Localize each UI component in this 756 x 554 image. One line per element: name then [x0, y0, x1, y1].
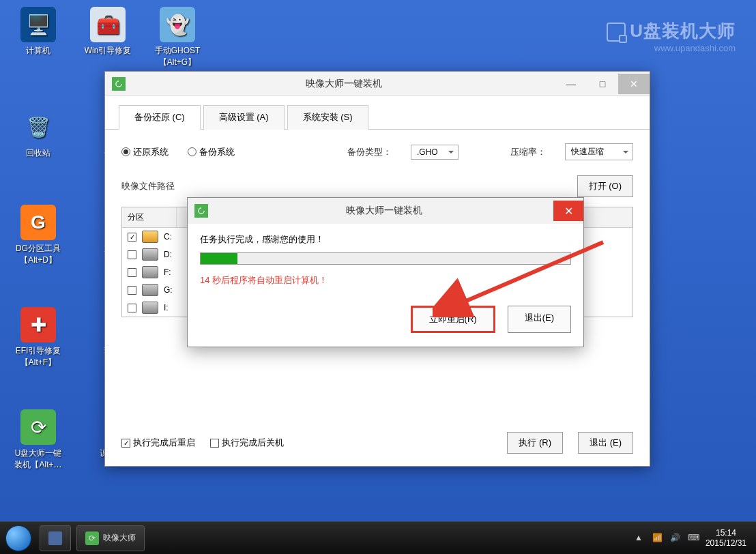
chk-shutdown[interactable]: 执行完成后关机 [210, 437, 284, 449]
desktop-icon-computer[interactable]: 🖥️计算机 [11, 7, 66, 57]
checkbox[interactable] [128, 268, 136, 277]
window-title: 映像大师一键装机 [132, 78, 555, 90]
app-icon [194, 204, 208, 218]
path-label: 映像文件路径 [121, 180, 175, 192]
folder-icon [48, 531, 62, 545]
desktop-icon-recycle[interactable]: 🗑️回收站 [11, 109, 66, 159]
execute-button[interactable]: 执行 (R) [507, 432, 563, 454]
backup-type-label: 备份类型： [347, 146, 392, 158]
network-icon[interactable]: 📶 [652, 533, 663, 544]
done-message: 任务执行完成，感谢您的使用！ [200, 233, 571, 246]
open-button[interactable]: 打开 (O) [577, 175, 633, 197]
taskbar-pinned-1[interactable] [40, 525, 71, 551]
desktop-icon-dg[interactable]: GDG分区工具 【Alt+D】 [11, 205, 66, 266]
taskbar-app[interactable]: ⟳映像大师 [76, 525, 145, 551]
dialog-close-button[interactable]: ✕ [553, 201, 583, 221]
tray-icon[interactable]: ▲ [635, 533, 645, 544]
radio-backup[interactable]: 备份系统 [188, 146, 235, 158]
drive-icon [142, 302, 158, 314]
dialog-title: 映像大师一键装机 [215, 205, 553, 217]
keyboard-icon[interactable]: ⌨ [688, 533, 699, 544]
taskbar: ⟳映像大师 ▲ 📶 🔊 ⌨ 15:142015/12/31 [0, 521, 756, 554]
clock[interactable]: 15:142015/12/31 [706, 528, 746, 548]
col-partition: 分区 [122, 207, 177, 227]
desktop-icon-ghost[interactable]: 👻手动GHOST 【Alt+G】 [150, 7, 205, 68]
windows-orb-icon [5, 525, 31, 551]
maximize-button[interactable]: □ [587, 74, 618, 94]
desktop-icon-udm[interactable]: ⟳U盘大师一键 装机【Alt+… [11, 409, 66, 471]
countdown-message: 14 秒后程序将自动重启计算机！ [200, 274, 571, 287]
close-button[interactable]: ✕ [618, 74, 650, 94]
chk-restart[interactable]: 执行完成后重启 [121, 437, 195, 449]
drive-icon [142, 231, 158, 243]
tab-advanced[interactable]: 高级设置 (A) [203, 105, 285, 130]
tab-install[interactable]: 系统安装 (S) [287, 105, 368, 130]
desktop-icon-efi[interactable]: ✚EFI引导修复 【Alt+F】 [11, 307, 66, 368]
start-button[interactable] [0, 522, 37, 555]
progress-bar [200, 252, 571, 265]
checkbox[interactable] [128, 233, 136, 242]
titlebar[interactable]: 映像大师一键装机 — □ ✕ [105, 72, 650, 96]
radio-restore[interactable]: 还原系统 [121, 146, 169, 158]
minimize-button[interactable]: — [555, 74, 587, 94]
system-tray[interactable]: ▲ 📶 🔊 ⌨ 15:142015/12/31 [635, 528, 756, 548]
compress-combo[interactable]: 快速压缩 [565, 143, 633, 160]
drive-icon [142, 266, 158, 278]
backup-type-combo[interactable]: .GHO [411, 145, 459, 160]
desktop-icon-winboot[interactable]: 🧰Win引导修复 [81, 7, 135, 57]
tabs: 备份还原 (C) 高级设置 (A) 系统安装 (S) [105, 96, 650, 130]
tab-backup-restore[interactable]: 备份还原 (C) [119, 105, 201, 130]
checkbox[interactable] [128, 304, 136, 312]
app-icon: ⟳ [85, 531, 99, 545]
app-icon [112, 77, 126, 91]
main-window: 映像大师一键装机 — □ ✕ 备份还原 (C) 高级设置 (A) 系统安装 (S… [104, 71, 650, 467]
progress-dialog: 映像大师一键装机 ✕ 任务执行完成，感谢您的使用！ 14 秒后程序将自动重启计算… [187, 197, 584, 347]
usb-icon [607, 23, 626, 42]
compress-label: 压缩率： [510, 146, 546, 158]
restart-now-button[interactable]: 立即重启(R) [411, 306, 495, 333]
volume-icon[interactable]: 🔊 [670, 533, 681, 544]
drive-icon [142, 248, 158, 261]
checkbox[interactable] [128, 250, 136, 259]
exit-button[interactable]: 退出 (E) [578, 432, 633, 454]
drive-icon [142, 284, 158, 296]
checkbox[interactable] [128, 286, 136, 295]
dialog-exit-button[interactable]: 退出(E) [508, 306, 571, 333]
watermark: U盘装机大师 www.upandashi.com [607, 19, 736, 53]
